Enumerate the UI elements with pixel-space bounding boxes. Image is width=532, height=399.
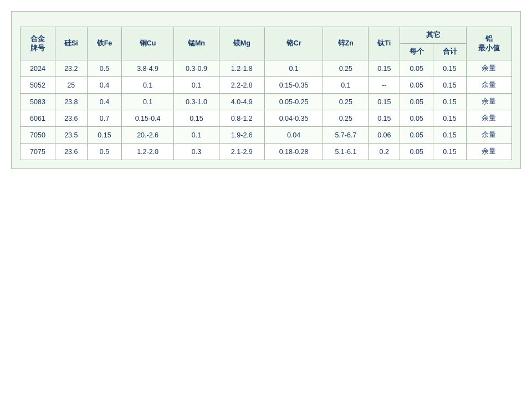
table-cell: 0.1: [122, 94, 174, 110]
table-cell: 0.04: [264, 127, 323, 144]
table-cell: 余量: [466, 110, 511, 127]
table-row: 707523.60.51.2-2.00.32.1-2.90.18-0.285.1…: [21, 144, 512, 160]
table-wrapper: 合金牌号 硅Si 铁Fe 铜Cu 锰Mn 镁Mg 铬Cr 锌Zn 钛Ti 其它 …: [11, 11, 521, 169]
table-row: 508323.80.40.10.3-1.04.0-4.90.05-0.250.2…: [21, 94, 512, 110]
header-alloy: 合金牌号: [21, 27, 55, 60]
table-cell: 3.8-4.9: [122, 60, 174, 77]
header-fe: 铁Fe: [87, 27, 122, 60]
table-cell: 23.2: [55, 60, 87, 77]
table-cell: 0.15: [433, 127, 467, 144]
table-cell: 0.5: [87, 60, 122, 77]
table-cell: 0.3-0.9: [173, 60, 219, 77]
table-cell: 1.9-2.6: [219, 127, 264, 144]
table-cell: 0.15: [433, 144, 467, 160]
table-cell: 0.05: [400, 127, 433, 144]
table-cell: 0.15-0.4: [122, 110, 174, 127]
table-cell: 0.05: [400, 94, 433, 110]
table-cell: 0.05: [400, 144, 433, 160]
table-header-row-1: 合金牌号 硅Si 铁Fe 铜Cu 锰Mn 镁Mg 铬Cr 锌Zn 钛Ti 其它 …: [21, 27, 512, 44]
table-cell: 余量: [466, 144, 511, 160]
table-cell: 0.25: [323, 94, 369, 110]
table-row: 705023.50.1520.-2.60.11.9-2.60.045.7-6.7…: [21, 127, 512, 144]
table-cell: 0.15-0.35: [264, 77, 323, 94]
table-cell: 6061: [21, 110, 55, 127]
header-ti: 钛Ti: [369, 27, 400, 60]
table-cell: 0.2: [369, 144, 400, 160]
table-cell: 0.15: [369, 94, 400, 110]
table-cell: 0.1: [264, 60, 323, 77]
header-cr: 铬Cr: [264, 27, 323, 60]
table-cell: 2.2-2.8: [219, 77, 264, 94]
table-body: 202423.20.53.8-4.90.3-0.91.2-1.80.10.250…: [21, 60, 512, 160]
table-cell: 5.7-6.7: [323, 127, 369, 144]
header-si: 硅Si: [55, 27, 87, 60]
table-cell: 7050: [21, 127, 55, 144]
table-cell: 2024: [21, 60, 55, 77]
table-row: 202423.20.53.8-4.90.3-0.91.2-1.80.10.250…: [21, 60, 512, 77]
table-cell: 1.2-1.8: [219, 60, 264, 77]
table-cell: 0.05-0.25: [264, 94, 323, 110]
table-cell: 0.05: [400, 77, 433, 94]
table-cell: 0.15: [433, 94, 467, 110]
table-cell: 0.15: [369, 110, 400, 127]
header-mn: 锰Mn: [173, 27, 219, 60]
table-cell: 0.25: [323, 110, 369, 127]
table-cell: 20.-2.6: [122, 127, 174, 144]
table-cell: 0.25: [323, 60, 369, 77]
table-cell: 0.05: [400, 110, 433, 127]
table-cell: 0.1: [173, 127, 219, 144]
table-cell: 23.6: [55, 144, 87, 160]
header-cu: 铜Cu: [122, 27, 174, 60]
table-cell: 2.1-2.9: [219, 144, 264, 160]
table-cell: 0.04-0.35: [264, 110, 323, 127]
table-cell: 23.5: [55, 127, 87, 144]
table-cell: 0.1: [323, 77, 369, 94]
table-row: 606123.60.70.15-0.40.150.8-1.20.04-0.350…: [21, 110, 512, 127]
table-cell: 5052: [21, 77, 55, 94]
table-cell: 0.1: [122, 77, 174, 94]
table-cell: 0.3-1.0: [173, 94, 219, 110]
header-mg: 镁Mg: [219, 27, 264, 60]
table-row: 5052250.40.10.12.2-2.80.15-0.350.1--0.05…: [21, 77, 512, 94]
header-al: 铝最小值: [466, 27, 511, 60]
table-cell: 0.15: [433, 60, 467, 77]
table-cell: 7075: [21, 144, 55, 160]
table-cell: 余量: [466, 77, 511, 94]
table-cell: 余量: [466, 60, 511, 77]
table-cell: 0.15: [369, 60, 400, 77]
table-cell: 0.5: [87, 144, 122, 160]
page-container: 合金牌号 硅Si 铁Fe 铜Cu 锰Mn 镁Mg 铬Cr 锌Zn 钛Ti 其它 …: [11, 11, 521, 169]
table-cell: 4.0-4.9: [219, 94, 264, 110]
table-cell: 0.15: [173, 110, 219, 127]
header-others-each: 每个: [400, 44, 433, 60]
table-cell: 0.4: [87, 94, 122, 110]
header-zn: 锌Zn: [323, 27, 369, 60]
composition-table: 合金牌号 硅Si 铁Fe 铜Cu 锰Mn 镁Mg 铬Cr 锌Zn 钛Ti 其它 …: [20, 27, 512, 160]
table-cell: 0.1: [173, 77, 219, 94]
table-cell: 0.3: [173, 144, 219, 160]
table-cell: --: [369, 77, 400, 94]
table-cell: 0.15: [87, 127, 122, 144]
table-cell: 0.18-0.28: [264, 144, 323, 160]
table-cell: 0.15: [433, 110, 467, 127]
table-cell: 25: [55, 77, 87, 94]
header-others: 其它: [400, 27, 467, 44]
table-cell: 0.15: [433, 77, 467, 94]
table-cell: 0.4: [87, 77, 122, 94]
table-cell: 5083: [21, 94, 55, 110]
table-cell: 余量: [466, 94, 511, 110]
table-cell: 23.8: [55, 94, 87, 110]
table-cell: 5.1-6.1: [323, 144, 369, 160]
table-cell: 1.2-2.0: [122, 144, 174, 160]
table-cell: 0.06: [369, 127, 400, 144]
table-cell: 余量: [466, 127, 511, 144]
table-cell: 0.05: [400, 60, 433, 77]
table-cell: 0.8-1.2: [219, 110, 264, 127]
table-cell: 0.7: [87, 110, 122, 127]
header-others-total: 合计: [433, 44, 467, 60]
table-cell: 23.6: [55, 110, 87, 127]
